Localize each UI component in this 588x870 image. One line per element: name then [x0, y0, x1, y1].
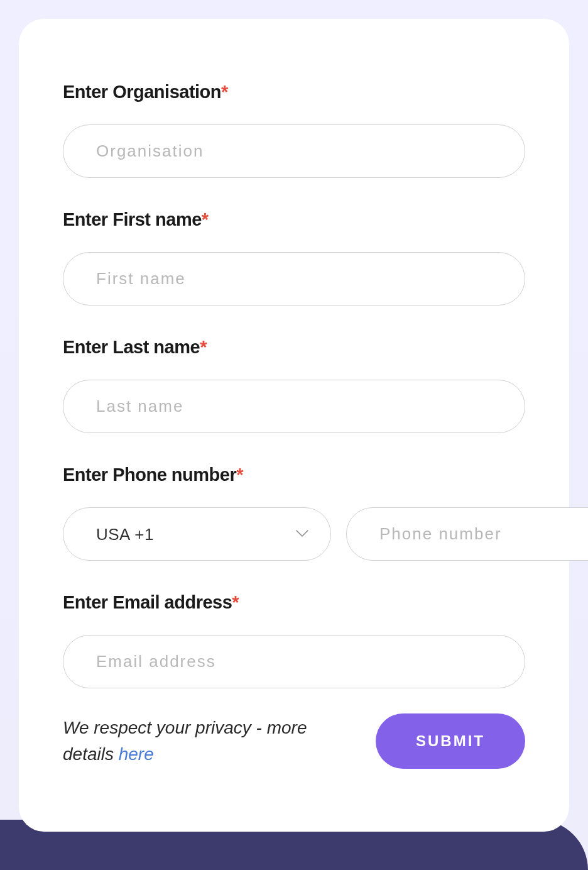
privacy-text-part1: We respect your privacy - more details [63, 718, 307, 764]
first-name-group: Enter First name* [63, 209, 525, 306]
footer-row: We respect your privacy - more details h… [63, 713, 525, 769]
first-name-label: Enter First name* [63, 209, 525, 230]
country-select-wrapper: USA +1 [63, 507, 331, 561]
privacy-text: We respect your privacy - more details h… [63, 715, 339, 768]
email-label: Enter Email address* [63, 592, 525, 613]
last-name-label-text: Enter Last name [63, 337, 200, 357]
last-name-label: Enter Last name* [63, 337, 525, 358]
last-name-input[interactable] [63, 380, 525, 433]
first-name-input[interactable] [63, 252, 525, 306]
phone-group: Enter Phone number* USA +1 [63, 465, 525, 561]
form-card: Enter Organisation* Enter First name* En… [19, 19, 569, 832]
organisation-label-text: Enter Organisation [63, 82, 221, 102]
required-marker: * [202, 209, 209, 229]
email-group: Enter Email address* [63, 592, 525, 688]
phone-label: Enter Phone number* [63, 465, 525, 485]
required-marker: * [232, 592, 239, 612]
required-marker: * [236, 465, 243, 485]
phone-input[interactable] [346, 507, 588, 561]
phone-label-text: Enter Phone number [63, 465, 236, 485]
privacy-link[interactable]: here [119, 744, 154, 764]
first-name-label-text: Enter First name [63, 209, 202, 229]
organisation-input[interactable] [63, 124, 525, 178]
required-marker: * [221, 82, 228, 102]
submit-button[interactable]: SUBMIT [376, 713, 525, 769]
email-input[interactable] [63, 635, 525, 688]
organisation-group: Enter Organisation* [63, 82, 525, 178]
country-code-select[interactable]: USA +1 [63, 507, 331, 561]
email-label-text: Enter Email address [63, 592, 232, 612]
organisation-label: Enter Organisation* [63, 82, 525, 102]
phone-row: USA +1 [63, 507, 525, 561]
required-marker: * [200, 337, 207, 357]
last-name-group: Enter Last name* [63, 337, 525, 433]
